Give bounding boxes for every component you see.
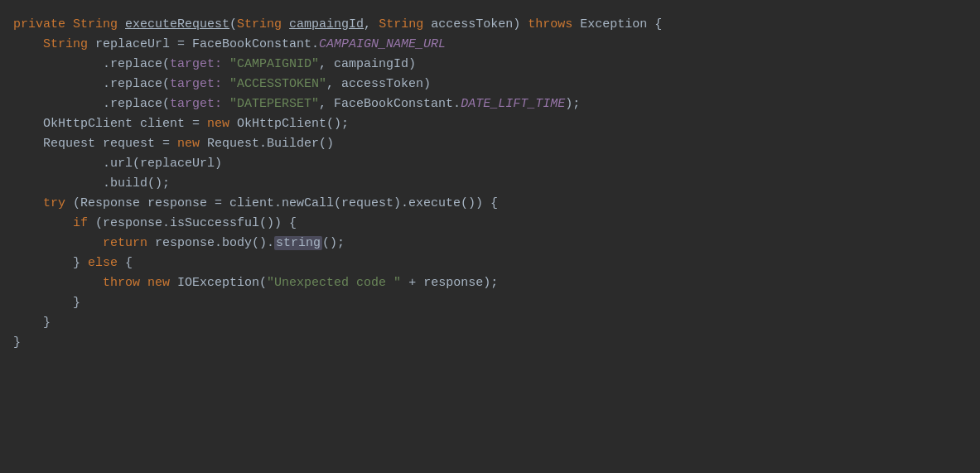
code-line-9: .build(); <box>13 174 967 194</box>
kw-else: else <box>88 256 125 270</box>
code-line-15: } <box>13 293 967 313</box>
close-try: } <box>43 316 51 330</box>
close-method: } <box>13 335 21 350</box>
url-call: .url(replaceUrl) <box>103 157 222 171</box>
open-brace: { <box>125 256 133 270</box>
string-dateperset: "DATEPERSET" <box>229 97 319 111</box>
request: Request request = <box>43 137 177 151</box>
param-accesstoken: accessToken) <box>431 17 528 31</box>
plain: ( <box>229 17 237 31</box>
exception: Exception { <box>580 17 662 31</box>
param-target1: target: <box>170 57 222 71</box>
param-target2: target: <box>170 77 222 91</box>
return-end: (); <box>322 236 345 250</box>
code-line-13: } else { <box>13 253 967 273</box>
constant-campaign: CAMPAIGN_NAME_URL <box>319 37 446 51</box>
close-else: } <box>73 296 80 310</box>
kw-string4: String <box>43 37 95 51</box>
code-line-5: .replace(target: "DATEPERSET", FaceBookC… <box>13 94 967 114</box>
close-brace: } <box>73 256 88 270</box>
plain3: , campaingId) <box>319 57 416 71</box>
code-line-12: return response.body().string(); <box>13 234 967 253</box>
if-condition: (response.isSuccessful()) { <box>95 216 297 230</box>
plain4: , accessToken) <box>326 77 431 91</box>
code-line-3: .replace(target: "CAMPAIGNID", campaingI… <box>13 55 967 75</box>
code-line-4: .replace(target: "ACCESSTOKEN", accessTo… <box>13 75 967 94</box>
code-editor: private String executeRequest(String cam… <box>0 8 980 360</box>
constant-date: DATE_LIFT_TIME <box>461 97 565 111</box>
try-block: (Response response = client.newCall(requ… <box>73 196 498 210</box>
request-builder: Request.Builder() <box>207 137 334 151</box>
kw-new1: new <box>207 117 237 131</box>
okhttpclient: OkHttpClient client = <box>43 117 207 131</box>
code-line-17: } <box>13 333 967 353</box>
string-unexpected: "Unexpected code " <box>267 276 401 290</box>
kw-try: try <box>43 196 73 210</box>
code-line-6: OkHttpClient client = new OkHttpClient()… <box>13 114 967 134</box>
param-campaingid: campaingId <box>289 17 364 31</box>
ioexception: IOException( <box>177 276 267 290</box>
plus-response: + response); <box>401 276 498 290</box>
kw-throws: throws <box>528 17 580 31</box>
kw-new3: new <box>147 276 177 290</box>
string-campaignid: "CAMPAIGNID" <box>229 57 319 71</box>
kw-new2: new <box>177 137 207 151</box>
kw-string3: String <box>379 17 431 31</box>
code-line-7: Request request = new Request.Builder() <box>13 134 967 154</box>
kw-private: private <box>13 17 73 31</box>
param-target3: target: <box>170 97 222 111</box>
plain6: ); <box>565 97 580 111</box>
code-line-16: } <box>13 313 967 333</box>
string-method-highlight: string <box>274 236 322 250</box>
code-line-8: .url(replaceUrl) <box>13 154 967 174</box>
kw-string: String <box>73 17 125 31</box>
code-line-1: private String executeRequest(String cam… <box>13 15 967 35</box>
plain5: , FaceBookConstant. <box>319 97 461 111</box>
code-line-14: throw new IOException("Unexpected code "… <box>13 273 967 293</box>
code-line-11: if (response.isSuccessful()) { <box>13 214 967 234</box>
replace-url: replaceUrl = FaceBookConstant. <box>95 37 319 51</box>
okhttpclient2: OkHttpClient(); <box>237 117 349 131</box>
build-call: .build(); <box>103 176 170 191</box>
plain2: , <box>364 17 379 31</box>
kw-string2: String <box>237 17 289 31</box>
string-accesstoken: "ACCESSTOKEN" <box>229 77 326 91</box>
code-line-10: try (Response response = client.newCall(… <box>13 194 967 214</box>
kw-if: if <box>73 216 95 230</box>
code-line-2: String replaceUrl = FaceBookConstant.CAM… <box>13 35 967 55</box>
kw-throw: throw <box>103 276 147 290</box>
method-name: executeRequest <box>125 17 229 31</box>
return-body: response.body(). <box>155 236 274 250</box>
kw-return: return <box>103 236 155 250</box>
